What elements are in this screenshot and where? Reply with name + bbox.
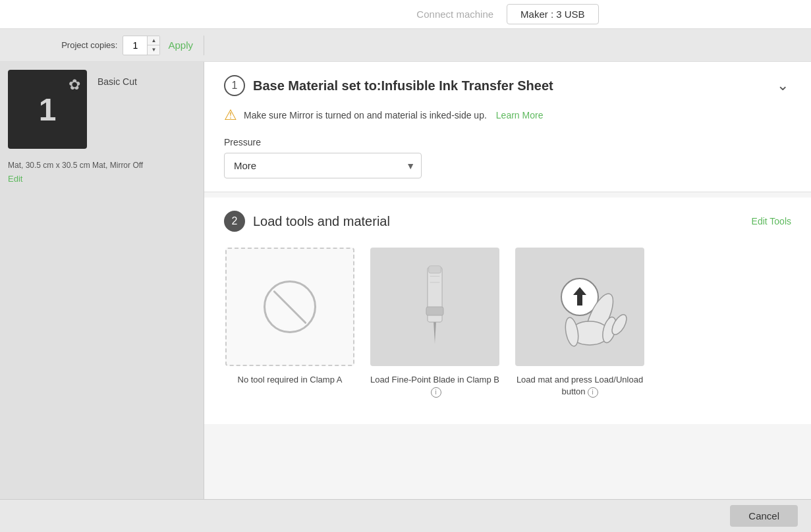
no-tool-icon: [264, 280, 316, 333]
cut-type-label: Basic Cut: [98, 76, 137, 87]
tool-card-clamp-a-image: [225, 248, 354, 366]
step-1-circle: 1: [224, 75, 245, 96]
load-mat-icon: [527, 254, 632, 359]
step-1-number: 1: [232, 80, 238, 92]
main-layout: ✿ 1 Basic Cut Mat, 30.5 cm x 30.5 cm Mat…: [0, 62, 811, 499]
tool-card-clamp-b: Load Fine-Point Blade in Clamp Bi: [369, 248, 501, 398]
tool-card-clamp-a-label: No tool required in Clamp A: [238, 374, 343, 386]
cancel-button[interactable]: Cancel: [730, 505, 798, 527]
section-1-title: Base Material set to:Infusible Ink Trans…: [253, 78, 774, 93]
tool-card-load-mat-image: [515, 248, 644, 366]
section-1-header: 1 Base Material set to:Infusible Ink Tra…: [224, 75, 791, 96]
load-mat-info-icon[interactable]: i: [588, 387, 598, 398]
apply-button[interactable]: Apply: [168, 40, 193, 51]
svg-rect-1: [429, 266, 441, 273]
warning-row: ⚠ Make sure Mirror is turned on and mate…: [224, 107, 791, 124]
copies-input[interactable]: [123, 39, 147, 52]
edit-link[interactable]: Edit: [8, 174, 22, 184]
project-copies-label: Project copies:: [61, 40, 117, 50]
top-bar-center: Connect machine Maker : 3 USB: [204, 4, 811, 24]
section-1: 1 Base Material set to:Infusible Ink Tra…: [204, 62, 811, 192]
copies-input-wrap: ▲ ▼: [123, 36, 160, 55]
tool-card-clamp-a: No tool required in Clamp A: [224, 248, 356, 398]
mat-info: Mat, 30.5 cm x 30.5 cm Mat, Mirror Off: [8, 161, 196, 170]
tool-cards: No tool required in Clamp A: [224, 248, 791, 398]
machine-badge[interactable]: Maker : 3 USB: [507, 4, 599, 24]
learn-more-link[interactable]: Learn More: [496, 110, 544, 120]
section-1-title-plain: Base Material set to:: [253, 78, 381, 93]
edit-tools-link[interactable]: Edit Tools: [752, 216, 791, 226]
copies-up-arrow[interactable]: ▲: [148, 36, 159, 45]
tool-card-load-mat-label: Load mat and press Load/Unload buttoni: [514, 374, 646, 398]
section-1-title-bold: Infusible Ink Transfer Sheet: [381, 78, 553, 93]
second-bar: Project copies: ▲ ▼ Apply: [0, 29, 811, 62]
top-bar: Connect machine Maker : 3 USB: [0, 0, 811, 29]
tool-card-clamp-b-image: [370, 248, 499, 366]
section-2: 2 Load tools and material Edit Tools No …: [204, 198, 811, 424]
blade-icon: [415, 264, 455, 350]
step-2-number: 2: [232, 215, 238, 227]
connect-machine-text: Connect machine: [416, 9, 493, 20]
svg-rect-2: [426, 307, 443, 315]
svg-marker-3: [433, 322, 436, 344]
section-2-header: 2 Load tools and material Edit Tools: [224, 211, 791, 232]
no-tool-line: [273, 290, 307, 324]
second-bar-left: Project copies: ▲ ▼ Apply: [0, 36, 204, 55]
svg-point-10: [563, 317, 580, 347]
left-sidebar: ✿ 1 Basic Cut Mat, 30.5 cm x 30.5 cm Mat…: [0, 62, 204, 499]
warning-icon: ⚠: [224, 107, 237, 124]
mat-number: 1: [39, 92, 57, 128]
bottom-bar: Cancel: [0, 499, 811, 532]
right-content: 1 Base Material set to:Infusible Ink Tra…: [204, 62, 811, 499]
mat-preview: ✿ 1: [8, 70, 87, 149]
pressure-select[interactable]: More Default Less: [224, 153, 422, 178]
pressure-label: Pressure: [224, 137, 791, 147]
section-2-title: Load tools and material: [253, 214, 741, 229]
fine-point-blade-info-icon[interactable]: i: [431, 387, 441, 398]
mat-flower-icon: ✿: [69, 76, 80, 93]
pressure-select-wrap: More Default Less ▼: [224, 153, 422, 178]
step-2-circle: 2: [224, 211, 245, 232]
copies-down-arrow[interactable]: ▼: [148, 45, 159, 55]
warning-text: Make sure Mirror is turned on and materi…: [244, 110, 487, 120]
tool-card-load-mat: Load mat and press Load/Unload buttoni: [514, 248, 646, 398]
copies-arrows: ▲ ▼: [147, 36, 159, 55]
tool-card-clamp-b-label: Load Fine-Point Blade in Clamp Bi: [369, 374, 501, 398]
section-1-collapse-button[interactable]: ⌄: [774, 77, 791, 94]
